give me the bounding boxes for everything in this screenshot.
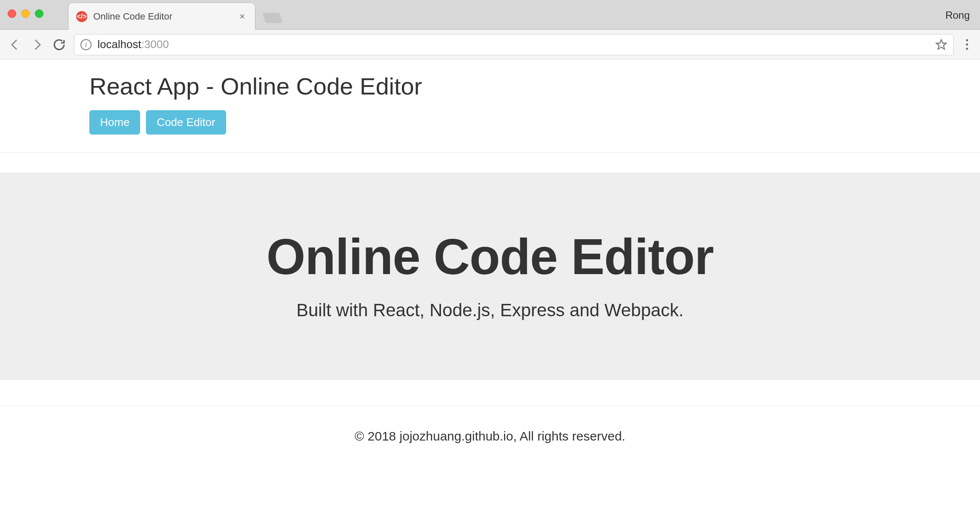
url-port: :3000 xyxy=(141,38,169,51)
profile-name[interactable]: Rong xyxy=(946,9,970,21)
reload-icon[interactable] xyxy=(52,37,66,52)
url-text: localhost:3000 xyxy=(97,38,169,51)
minimize-window-button[interactable] xyxy=(21,9,30,18)
tab-favicon-icon: </> xyxy=(76,11,87,22)
svg-marker-0 xyxy=(936,40,946,49)
tab-title: Online Code Editor xyxy=(93,11,231,22)
page-footer: © 2018 jojozhuang.github.io, All rights … xyxy=(0,406,980,443)
close-window-button[interactable] xyxy=(8,9,16,18)
url-host: localhost xyxy=(97,38,141,51)
footer-text: © 2018 jojozhuang.github.io, All rights … xyxy=(0,429,980,443)
bookmark-star-icon[interactable] xyxy=(935,39,947,51)
page-header: React App - Online Code Editor Home Code… xyxy=(0,60,980,153)
hero-subtitle: Built with React, Node.js, Express and W… xyxy=(0,300,980,320)
window-controls xyxy=(8,9,43,18)
browser-toolbar: i localhost:3000 xyxy=(0,30,980,60)
address-bar[interactable]: i localhost:3000 xyxy=(74,34,954,55)
browser-menu-icon[interactable] xyxy=(961,39,972,50)
maximize-window-button[interactable] xyxy=(35,9,43,18)
home-button[interactable]: Home xyxy=(89,110,140,134)
tab-close-icon[interactable]: × xyxy=(237,11,247,22)
code-editor-button[interactable]: Code Editor xyxy=(146,110,226,134)
browser-tab[interactable]: </> Online Code Editor × xyxy=(68,3,255,30)
forward-icon[interactable] xyxy=(30,37,44,52)
nav-button-group: Home Code Editor xyxy=(89,110,891,134)
page-title: React App - Online Code Editor xyxy=(89,72,891,100)
back-icon[interactable] xyxy=(8,37,22,52)
hero-title: Online Code Editor xyxy=(0,228,980,286)
new-tab-button[interactable] xyxy=(262,13,283,23)
browser-title-bar: </> Online Code Editor × Rong xyxy=(0,0,980,30)
hero-section: Online Code Editor Built with React, Nod… xyxy=(0,172,980,380)
site-info-icon[interactable]: i xyxy=(80,39,92,50)
